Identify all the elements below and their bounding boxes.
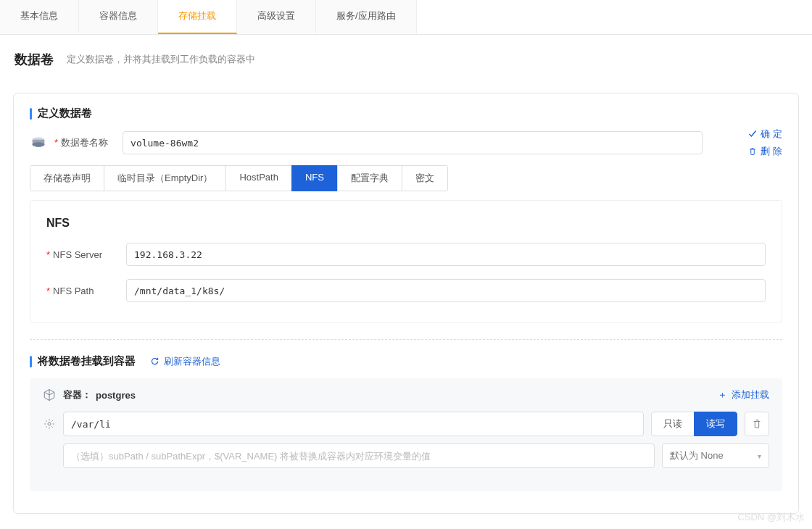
read-only-button[interactable]: 只读 bbox=[651, 412, 695, 436]
mount-title: 将数据卷挂载到容器 bbox=[38, 354, 136, 368]
volume-name-label: *数据卷名称 bbox=[54, 136, 123, 149]
tab-storage-mount[interactable]: 存储挂载 bbox=[158, 0, 237, 34]
container-name: postgres bbox=[96, 390, 136, 401]
volume-name-input[interactable] bbox=[123, 131, 703, 154]
sub-tab-nfs[interactable]: NFS bbox=[291, 165, 338, 191]
trash-icon bbox=[748, 147, 757, 156]
subpath-type-select[interactable]: 默认为 None ▾ bbox=[662, 443, 769, 468]
nfs-path-label: *NFS Path bbox=[46, 286, 126, 296]
main-tabs: 基本信息 容器信息 存储挂载 高级设置 服务/应用路由 bbox=[0, 0, 812, 35]
mount-heading: 将数据卷挂载到容器 刷新容器信息 bbox=[30, 354, 782, 368]
define-volume-title: 定义数据卷 bbox=[38, 107, 92, 120]
svg-point-2 bbox=[34, 145, 36, 146]
read-write-button[interactable]: 读写 bbox=[694, 412, 737, 436]
nfs-config-box: NFS *NFS Server *NFS Path bbox=[30, 200, 782, 323]
nfs-path-input[interactable] bbox=[126, 279, 766, 302]
container-icon bbox=[43, 388, 56, 401]
access-mode-group: 只读 读写 bbox=[651, 412, 737, 436]
plus-icon: ＋ bbox=[718, 388, 727, 401]
heading-accent bbox=[30, 108, 32, 120]
separator bbox=[30, 339, 782, 340]
tab-service-route[interactable]: 服务/应用路由 bbox=[316, 0, 417, 34]
refresh-icon bbox=[150, 357, 160, 366]
nfs-server-input[interactable] bbox=[126, 243, 766, 266]
gear-icon bbox=[43, 418, 56, 430]
page-desc: 定义数据卷，并将其挂载到工作负载的容器中 bbox=[67, 53, 255, 66]
watermark: CSDN @刘木水 bbox=[737, 511, 805, 514]
svg-point-3 bbox=[48, 422, 51, 425]
delete-volume-button[interactable]: 删 除 bbox=[748, 145, 782, 158]
delete-mount-button[interactable] bbox=[745, 412, 769, 436]
tab-container-info[interactable]: 容器信息 bbox=[79, 0, 158, 34]
tab-basic-info[interactable]: 基本信息 bbox=[0, 0, 79, 34]
sub-tab-pvc[interactable]: 存储卷声明 bbox=[30, 165, 104, 191]
svg-point-1 bbox=[33, 142, 45, 147]
confirm-button[interactable]: 确 定 bbox=[748, 128, 782, 141]
trash-icon bbox=[752, 419, 762, 429]
sub-tab-configmap[interactable]: 配置字典 bbox=[337, 165, 402, 191]
nfs-server-label: *NFS Server bbox=[46, 249, 126, 260]
container-label: 容器： bbox=[63, 388, 91, 401]
select-value: 默认为 None bbox=[670, 449, 724, 462]
container-mount-card: 容器： postgres ＋ 添加挂载 只读 读写 bbox=[30, 378, 782, 491]
check-icon bbox=[748, 130, 757, 138]
add-mount-button[interactable]: ＋ 添加挂载 bbox=[718, 388, 769, 401]
refresh-containers-button[interactable]: 刷新容器信息 bbox=[150, 355, 220, 368]
disk-icon bbox=[30, 136, 47, 149]
sub-tab-secret[interactable]: 密文 bbox=[402, 165, 448, 191]
heading-accent bbox=[30, 356, 32, 367]
subpath-input[interactable] bbox=[63, 443, 655, 468]
nfs-panel-title: NFS bbox=[46, 217, 766, 230]
sub-tab-hostpath[interactable]: HostPath bbox=[225, 165, 291, 191]
define-volume-heading: 定义数据卷 bbox=[30, 107, 782, 120]
sub-tab-emptydir[interactable]: 临时目录（EmptyDir） bbox=[104, 165, 226, 191]
volume-panel: 定义数据卷 *数据卷名称 确 定 删 除 存储卷声明 临时目录（E bbox=[13, 93, 799, 514]
page-title: 数据卷 bbox=[14, 51, 54, 68]
mount-path-input[interactable] bbox=[63, 412, 644, 436]
volume-type-tabs: 存储卷声明 临时目录（EmptyDir） HostPath NFS 配置字典 密… bbox=[30, 165, 448, 191]
chevron-down-icon: ▾ bbox=[758, 452, 761, 460]
tab-advanced[interactable]: 高级设置 bbox=[237, 0, 316, 34]
section-header: 数据卷 定义数据卷，并将其挂载到工作负载的容器中 bbox=[0, 35, 812, 81]
